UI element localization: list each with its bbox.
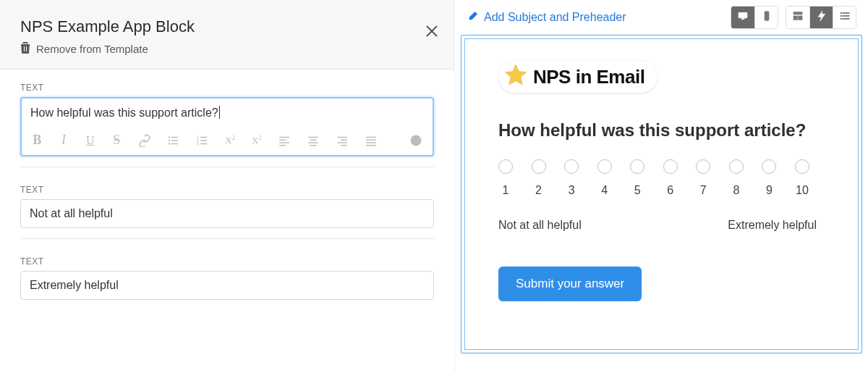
ul-button[interactable] (167, 134, 180, 147)
high-anchor-input[interactable] (20, 271, 434, 300)
low-anchor-input[interactable] (20, 199, 434, 228)
submit-button[interactable]: Submit your answer (498, 267, 642, 301)
email-preview[interactable]: NPS in Email How helpful was this suppor… (464, 38, 859, 350)
scale-number: 8 (733, 184, 739, 197)
svg-rect-35 (793, 12, 802, 14)
layout-icon (792, 10, 804, 25)
editor-header: NPS Example App Block Remove from Templa… (0, 0, 454, 70)
svg-point-30 (417, 138, 419, 140)
svg-rect-38 (841, 12, 842, 13)
close-panel-button[interactable] (425, 25, 438, 41)
svg-rect-31 (739, 12, 747, 17)
text-field-1: TEXT How helpful was this support articl… (20, 83, 434, 156)
rich-text-editor[interactable]: How helpful was this support article? B … (20, 97, 434, 156)
svg-rect-14 (279, 142, 289, 143)
list-icon (839, 10, 851, 25)
scale-radio-1[interactable] (498, 159, 513, 174)
scale-number: 1 (503, 184, 509, 197)
scale-number: 3 (569, 184, 575, 197)
svg-rect-40 (841, 15, 842, 16)
link-button[interactable] (138, 134, 151, 147)
underline-button[interactable]: U (85, 134, 95, 147)
scale-radio-10[interactable] (795, 159, 809, 174)
svg-rect-10 (200, 140, 207, 141)
scale-number: 7 (700, 184, 707, 197)
view-controls (731, 6, 856, 29)
lightning-icon (816, 10, 827, 25)
scale-number: 10 (796, 184, 809, 197)
scale-item-4: 4 (597, 159, 612, 197)
pencil-icon (468, 11, 478, 24)
svg-rect-16 (308, 136, 318, 138)
scale-number: 5 (634, 184, 641, 197)
nps-badge: NPS in Email (498, 61, 658, 93)
align-center-button[interactable] (307, 134, 320, 147)
scale-radio-3[interactable] (564, 159, 579, 174)
scale-radio-7[interactable] (696, 159, 710, 174)
scale-number: 6 (667, 184, 673, 197)
high-anchor-label: Extremely helpful (728, 219, 817, 232)
italic-button[interactable]: I (59, 133, 69, 148)
align-left-button[interactable] (278, 134, 291, 147)
star-icon (503, 62, 529, 91)
field-label: TEXT (20, 256, 434, 267)
align-justify-button[interactable] (365, 134, 378, 147)
rich-text-toolbar: B I U S 123 X2 X2 (22, 127, 433, 155)
bold-button[interactable]: B (32, 133, 43, 148)
scale-number: 9 (766, 184, 773, 197)
svg-point-2 (168, 143, 169, 144)
ol-button[interactable]: 123 (196, 134, 209, 147)
scale-item-10: 10 (795, 159, 809, 197)
svg-rect-42 (841, 18, 842, 19)
lightning-button[interactable] (809, 7, 833, 28)
block-title: NPS Example App Block (20, 17, 434, 36)
mode-toggle (786, 6, 856, 29)
desktop-icon (737, 10, 749, 25)
svg-rect-11 (200, 143, 207, 144)
close-icon (425, 28, 438, 40)
desktop-view-button[interactable] (731, 7, 754, 28)
scale-radio-2[interactable] (532, 159, 546, 174)
svg-rect-18 (308, 142, 318, 143)
svg-rect-23 (341, 145, 347, 146)
align-right-button[interactable] (336, 134, 349, 147)
scale-radio-9[interactable] (762, 159, 776, 174)
scale-radio-6[interactable] (663, 159, 678, 174)
scale-item-2: 2 (532, 159, 546, 197)
scale-radio-4[interactable] (597, 159, 612, 174)
superscript-button[interactable]: X2 (251, 135, 262, 146)
scale-item-3: 3 (564, 159, 579, 197)
anchor-row: Not at all helpful Extremely helpful (498, 219, 817, 232)
nps-badge-text: NPS in Email (533, 66, 644, 88)
editor-panel: NPS Example App Block Remove from Templa… (0, 0, 454, 373)
svg-text:3: 3 (196, 141, 198, 146)
subscript-button[interactable]: X2 (225, 135, 236, 146)
mobile-view-button[interactable] (754, 7, 778, 28)
preview-area: NPS in Email How helpful was this suppor… (455, 35, 868, 359)
svg-rect-3 (171, 136, 178, 138)
scale-item-7: 7 (696, 159, 710, 197)
survey-question: How helpful was this support article? (498, 120, 825, 141)
rich-text-content[interactable]: How helpful was this support article? (22, 99, 433, 127)
layout-button[interactable] (786, 7, 809, 28)
svg-rect-4 (171, 140, 178, 141)
divider (20, 167, 434, 167)
preview-topbar: Add Subject and Preheader (455, 0, 868, 35)
strike-button[interactable]: S (111, 133, 122, 148)
scale-item-5: 5 (630, 159, 644, 197)
scale-radio-5[interactable] (630, 159, 644, 174)
add-subject-label: Add Subject and Preheader (484, 11, 626, 24)
emoji-button[interactable] (409, 134, 422, 147)
text-field-2: TEXT (20, 185, 434, 228)
outline-button[interactable] (833, 7, 856, 28)
scale-radio-8[interactable] (729, 159, 744, 174)
scale-item-1: 1 (498, 159, 513, 197)
svg-rect-39 (843, 12, 849, 13)
svg-rect-41 (843, 15, 849, 16)
preview-panel: Add Subject and Preheader (454, 0, 868, 373)
svg-rect-12 (279, 136, 289, 138)
remove-label: Remove from Template (36, 43, 148, 55)
remove-from-template[interactable]: Remove from Template (20, 42, 434, 56)
svg-point-29 (414, 138, 415, 140)
add-subject-link[interactable]: Add Subject and Preheader (468, 11, 626, 24)
